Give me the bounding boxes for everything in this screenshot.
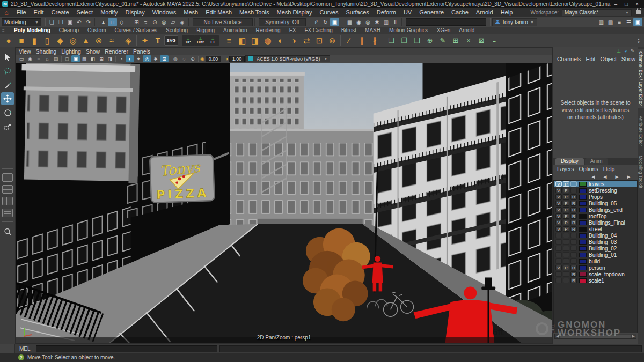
layer-row-building-05[interactable]: VPRBuilding_05 bbox=[554, 200, 637, 206]
wireframe-mode-icon[interactable]: □ bbox=[63, 55, 71, 62]
user-account-menu[interactable]: Tony Ianiro ▼ bbox=[492, 18, 537, 26]
layer-color-swatch[interactable] bbox=[579, 233, 587, 238]
mel-command-input[interactable] bbox=[36, 345, 217, 352]
layer-visibility-toggle[interactable]: V bbox=[555, 188, 562, 193]
layer-playback-toggle[interactable]: P bbox=[563, 207, 569, 212]
snap-curve-icon[interactable]: ≈ bbox=[141, 18, 150, 26]
layer-color-swatch[interactable] bbox=[579, 265, 587, 270]
show-attribute-editor-icon[interactable]: ≡ bbox=[615, 18, 624, 26]
shelf-menu-icon[interactable]: ≡ bbox=[2, 28, 5, 33]
boolean-intersection-icon[interactable]: ⊠ bbox=[475, 34, 488, 47]
shelf-tab-mash[interactable]: MASH bbox=[361, 27, 385, 34]
all-lights-icon[interactable]: ◐ bbox=[126, 55, 134, 62]
tab-display[interactable]: Display bbox=[555, 158, 584, 165]
pause-viewport-icon[interactable]: Ⅱ bbox=[391, 18, 400, 26]
mesh-wrap-icon[interactable]: ◍ bbox=[261, 34, 274, 47]
motion-blur-icon[interactable]: ⊡ bbox=[160, 55, 169, 62]
layer-color-swatch[interactable] bbox=[579, 201, 587, 206]
menu-surfaces[interactable]: Surfaces bbox=[342, 9, 372, 16]
snap-point-icon[interactable]: ⊙ bbox=[150, 18, 159, 26]
layer-render-toggle[interactable] bbox=[570, 233, 577, 238]
exposure-field[interactable]: ◉ 0.00 bbox=[200, 56, 221, 62]
shelf-tab-fx[interactable]: FX bbox=[285, 27, 301, 34]
poly-plane-icon[interactable]: ◆ bbox=[54, 34, 67, 47]
minimize-icon[interactable]: – bbox=[614, 2, 618, 7]
construction-history-icon[interactable]: ↻ bbox=[321, 18, 330, 26]
layer-render-toggle[interactable] bbox=[570, 258, 577, 264]
poly-cone-icon[interactable]: ▲ bbox=[79, 34, 92, 47]
layer-visibility-toggle[interactable] bbox=[555, 246, 562, 251]
edit-channels-icon[interactable]: ✎ bbox=[630, 48, 634, 55]
outliner-layout-button[interactable] bbox=[2, 209, 13, 217]
menu-mesh-tools[interactable]: Mesh Tools bbox=[236, 9, 273, 16]
multi-pane-icon[interactable]: ⊞ bbox=[97, 55, 106, 62]
channelbox-menu-edit[interactable]: Edit bbox=[586, 56, 599, 62]
layer-row-props[interactable]: VPRProps bbox=[554, 194, 637, 200]
workspace-lock-icon[interactable] bbox=[636, 10, 641, 14]
menu-help[interactable]: Help bbox=[497, 9, 517, 16]
menu-windows[interactable]: Windows bbox=[149, 9, 180, 16]
layer-visibility-toggle[interactable]: V bbox=[555, 220, 562, 225]
open-scene-icon[interactable]: ❐ bbox=[56, 18, 65, 26]
quad-draw-icon[interactable]: ✎ bbox=[436, 34, 449, 47]
layer-row-setdressing[interactable]: VPsetDressing bbox=[554, 187, 637, 194]
layer-color-swatch[interactable] bbox=[579, 253, 587, 257]
layer-row-build[interactable]: build bbox=[554, 258, 637, 264]
layer-visibility-toggle[interactable]: V bbox=[555, 201, 562, 206]
render-settings-icon[interactable]: ✱ bbox=[372, 18, 382, 26]
shelf-tab-arnold[interactable]: Arnold bbox=[455, 27, 479, 34]
mesh-mirror-icon[interactable]: ◐ bbox=[274, 34, 287, 47]
layer-visibility-toggle[interactable] bbox=[555, 233, 562, 238]
mesh-reduce-icon[interactable]: ⊡ bbox=[313, 34, 326, 47]
make-live-icon[interactable]: ◈ bbox=[178, 18, 187, 26]
sync-selection-icon[interactable]: ◕ bbox=[624, 48, 627, 55]
menu-arnold[interactable]: Arnold bbox=[472, 9, 497, 16]
channelbox-menu-object[interactable]: Object bbox=[600, 56, 620, 62]
menu-edit-mesh[interactable]: Edit Mesh bbox=[202, 9, 236, 16]
menu-cache[interactable]: Cache bbox=[448, 9, 472, 16]
shadows-icon[interactable]: ✦ bbox=[134, 55, 143, 62]
layers-render-toggle-icon[interactable]: ► bbox=[612, 172, 621, 181]
input-connections-icon[interactable]: ↱ bbox=[312, 18, 321, 26]
viewport-menu-show[interactable]: Show bbox=[86, 48, 105, 55]
bookmarks-icon[interactable]: ⌂ bbox=[43, 55, 52, 62]
mesh-flip-icon[interactable]: ◑ bbox=[287, 34, 300, 47]
layer-color-swatch[interactable] bbox=[579, 259, 587, 264]
layer-render-toggle[interactable]: R bbox=[570, 226, 577, 232]
layer-visibility-toggle[interactable]: V bbox=[555, 181, 562, 187]
live-surface-field[interactable]: No Live Surface bbox=[193, 18, 253, 26]
freeze-transform-icon[interactable]: ⊥FT bbox=[207, 35, 219, 46]
scroll-right-icon[interactable]: ▶ bbox=[632, 334, 635, 338]
layers-sync-icon[interactable]: ► bbox=[624, 172, 633, 181]
viewport-menu-view[interactable]: View bbox=[19, 48, 36, 55]
layer-color-swatch[interactable] bbox=[579, 278, 587, 283]
mel-label[interactable]: MEL bbox=[15, 346, 36, 352]
menu-set-select[interactable]: Modeling ▼ bbox=[2, 18, 41, 26]
layer-color-swatch[interactable] bbox=[579, 240, 587, 245]
move-tool[interactable] bbox=[1, 92, 14, 105]
layer-color-swatch[interactable] bbox=[579, 246, 587, 251]
camera-attributes-icon[interactable]: ≡ bbox=[34, 55, 43, 62]
paint-select-tool[interactable] bbox=[1, 78, 14, 91]
layer-row-scale1[interactable]: Rscale1 bbox=[554, 277, 637, 284]
save-scene-icon[interactable]: ▣ bbox=[65, 18, 75, 26]
layer-row-building-04[interactable]: Building_04 bbox=[554, 232, 637, 239]
lasso-tool[interactable] bbox=[1, 64, 14, 77]
layer-color-swatch[interactable] bbox=[579, 195, 587, 200]
shelf-overflow-icon[interactable]: ▲▼ bbox=[637, 38, 642, 44]
boolean-difference-icon[interactable]: × bbox=[462, 34, 475, 47]
view-transform-select[interactable]: ACES 1.0 SDR-video (sRGB) ▼ bbox=[245, 55, 330, 62]
snap-to-pixel-icon[interactable]: ⊙ bbox=[188, 55, 197, 62]
poly-barrel-icon[interactable]: ▯ bbox=[41, 34, 54, 47]
layer-playback-toggle[interactable]: P bbox=[563, 194, 569, 200]
merge-vertices-icon[interactable]: ⊕ bbox=[423, 34, 436, 47]
snap-grid-icon[interactable]: ⊞ bbox=[132, 18, 141, 26]
menu-modify[interactable]: Modify bbox=[97, 9, 121, 16]
shelf-tab-sculpting[interactable]: Sculpting bbox=[162, 27, 192, 34]
layer-color-swatch[interactable] bbox=[579, 227, 587, 232]
layer-menu-help[interactable]: Help bbox=[603, 166, 619, 172]
isolate-select-icon[interactable]: ◍ bbox=[171, 55, 180, 62]
layer-visibility-toggle[interactable]: V bbox=[555, 213, 562, 219]
shelf-tab-xgen[interactable]: XGen bbox=[433, 27, 455, 34]
viewport-renderer-icon[interactable]: ▣ bbox=[330, 18, 339, 26]
